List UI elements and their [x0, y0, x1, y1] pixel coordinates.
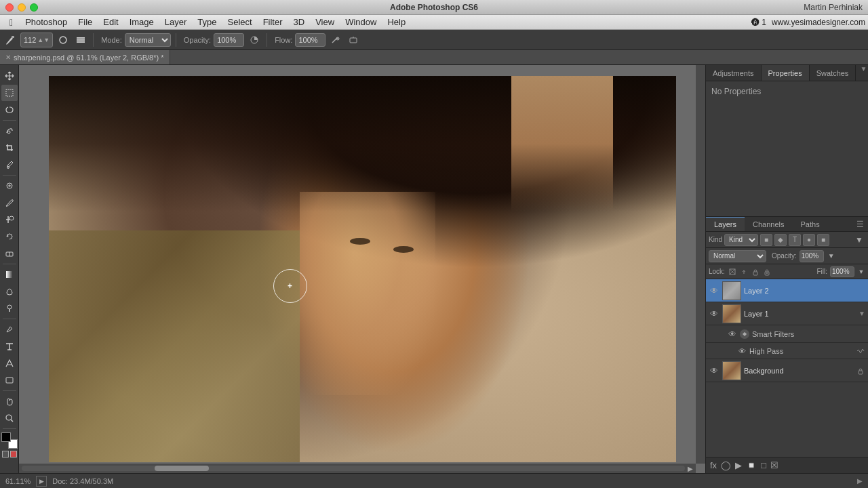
brush-preset-icon[interactable]: [56, 33, 71, 47]
type-tool[interactable]: [1, 338, 18, 354]
tab-layers[interactable]: Layers: [706, 217, 745, 231]
clone-stamp-tool[interactable]: [1, 211, 18, 228]
rectangular-marquee-tool[interactable]: [1, 85, 18, 101]
eraser-tool[interactable]: [1, 245, 18, 262]
foreground-color[interactable]: [1, 432, 11, 442]
dodge-tool[interactable]: [1, 300, 18, 317]
layer1-extra-icon[interactable]: ▼: [859, 310, 865, 317]
layer1-visibility-icon[interactable]: 👁: [709, 308, 719, 319]
layer-adjustment-icon[interactable]: ▶: [735, 460, 742, 470]
brush-size-control[interactable]: 112 ▲▼: [20, 33, 53, 47]
airbrush-icon[interactable]: [328, 33, 343, 47]
gradient-tool[interactable]: [1, 266, 18, 283]
tab-channels[interactable]: Channels: [745, 217, 792, 231]
color-swatches[interactable]: [1, 432, 18, 449]
lock-all-icon[interactable]: [751, 267, 760, 277]
lock-artboard-icon[interactable]: [762, 267, 772, 277]
close-button[interactable]: [5, 3, 14, 12]
tab-adjustments[interactable]: Adjustments: [706, 65, 762, 81]
menu-3d[interactable]: 3D: [288, 15, 311, 29]
filter-shape-icon[interactable]: ●: [803, 234, 815, 246]
history-brush-tool[interactable]: [1, 228, 18, 245]
filter-type-icon[interactable]: T: [789, 234, 801, 246]
quick-selection-tool[interactable]: [1, 123, 18, 139]
tab-paths[interactable]: Paths: [793, 217, 828, 231]
path-selection-tool[interactable]: [1, 355, 18, 371]
move-tool[interactable]: [1, 68, 18, 84]
layer-item-background[interactable]: 👁 Background: [706, 359, 868, 382]
quick-mask-controls[interactable]: [2, 451, 17, 458]
layer-group-icon[interactable]: ◽: [746, 460, 757, 470]
new-layer-icon[interactable]: □: [761, 460, 766, 470]
tablet-pressure-icon[interactable]: [346, 33, 361, 47]
smart-filters-visibility-icon[interactable]: 👁: [728, 329, 737, 340]
opacity-extra-icon[interactable]: ▼: [827, 251, 836, 261]
flow-value[interactable]: 100%: [295, 33, 326, 47]
lock-position-icon[interactable]: [739, 267, 749, 277]
layer-mask-icon[interactable]: ◯: [721, 460, 731, 470]
layers-panel-options[interactable]: ☰: [852, 217, 868, 231]
lasso-tool[interactable]: [1, 102, 18, 118]
zoom-indicator[interactable]: ▶: [36, 476, 47, 487]
quick-mask-icon[interactable]: [10, 451, 17, 458]
minimize-button[interactable]: [18, 3, 26, 12]
pen-tool[interactable]: [1, 321, 18, 338]
document-tab[interactable]: ✕ sharpening.psd @ 61.1% (Layer 2, RGB/8…: [0, 50, 170, 64]
menu-edit[interactable]: Edit: [98, 15, 123, 29]
brush-tool[interactable]: [1, 195, 18, 211]
layer-item-layer1[interactable]: 👁 Layer 1 ▼: [706, 302, 868, 325]
layer2-visibility-icon[interactable]: 👁: [709, 285, 719, 296]
filter-adjustment-icon[interactable]: ◆: [774, 234, 787, 246]
menu-help[interactable]: Help: [382, 15, 411, 29]
traffic-lights[interactable]: [5, 3, 38, 12]
healing-brush-tool[interactable]: [1, 178, 18, 194]
panel-close-icon[interactable]: ▼: [856, 65, 868, 81]
opacity-icon[interactable]: [247, 33, 262, 47]
menu-window[interactable]: Window: [340, 15, 382, 29]
tab-properties[interactable]: Properties: [762, 65, 810, 81]
filter-smartobject-icon[interactable]: ■: [817, 234, 829, 246]
scroll-forward-icon[interactable]: ▶: [857, 477, 863, 485]
maximize-button[interactable]: [30, 3, 38, 12]
delete-layer-icon[interactable]: ☒: [770, 460, 778, 470]
background-visibility-icon[interactable]: 👁: [709, 365, 719, 376]
opacity-value[interactable]: 100%: [214, 33, 244, 47]
fill-value[interactable]: 100%: [830, 266, 854, 277]
layers-kind-select[interactable]: Kind: [724, 234, 758, 246]
menu-type[interactable]: Type: [192, 15, 222, 29]
eyedropper-tool[interactable]: [1, 157, 18, 173]
menu-filter[interactable]: Filter: [258, 15, 288, 29]
filter-pixel-icon[interactable]: ■: [760, 234, 772, 246]
zoom-tool[interactable]: [1, 410, 18, 426]
blur-tool[interactable]: [1, 283, 18, 300]
vertical-scrollbar[interactable]: [696, 65, 705, 464]
high-pass-options-icon[interactable]: [856, 346, 865, 356]
lock-transparent-icon[interactable]: [728, 267, 737, 277]
hand-tool[interactable]: [1, 393, 18, 409]
menu-layer[interactable]: Layer: [159, 15, 193, 29]
menu-image[interactable]: Image: [124, 15, 159, 29]
opacity-value-layers[interactable]: 100%: [800, 250, 824, 262]
brush-tool-icon[interactable]: [3, 33, 18, 47]
menu-photoshop[interactable]: Photoshop: [20, 15, 73, 29]
menu-view[interactable]: View: [310, 15, 340, 29]
layer-item-smart-filters[interactable]: 👁 ◆ Smart Filters: [706, 325, 868, 343]
rectangle-shape-tool[interactable]: [1, 372, 18, 388]
tab-close-icon[interactable]: ✕: [5, 54, 11, 61]
tab-swatches[interactable]: Swatches: [810, 65, 856, 81]
menu-file[interactable]: File: [73, 15, 98, 29]
layer-item-layer2[interactable]: 👁 Layer 2: [706, 279, 868, 302]
website-link[interactable]: www.yesimadesigner.com: [772, 18, 865, 27]
mode-select[interactable]: Normal Dissolve Multiply Screen Overlay: [125, 33, 171, 47]
layers-panel-menu[interactable]: ▼: [853, 234, 865, 246]
layer-style-icon[interactable]: fx: [710, 460, 717, 470]
apple-menu[interactable]: : [3, 15, 20, 29]
scrollbar-thumb-h[interactable]: [155, 466, 209, 471]
brush-options-icon[interactable]: [73, 33, 88, 47]
layer-blend-mode-select[interactable]: Normal Multiply Screen: [709, 250, 766, 262]
standard-mode-icon[interactable]: [2, 451, 9, 458]
layer-item-high-pass[interactable]: 👁 High Pass: [706, 343, 868, 359]
fill-extra-icon[interactable]: ▼: [857, 268, 865, 276]
horizontal-scrollbar[interactable]: ▶: [19, 464, 696, 473]
crop-tool[interactable]: [1, 140, 18, 156]
